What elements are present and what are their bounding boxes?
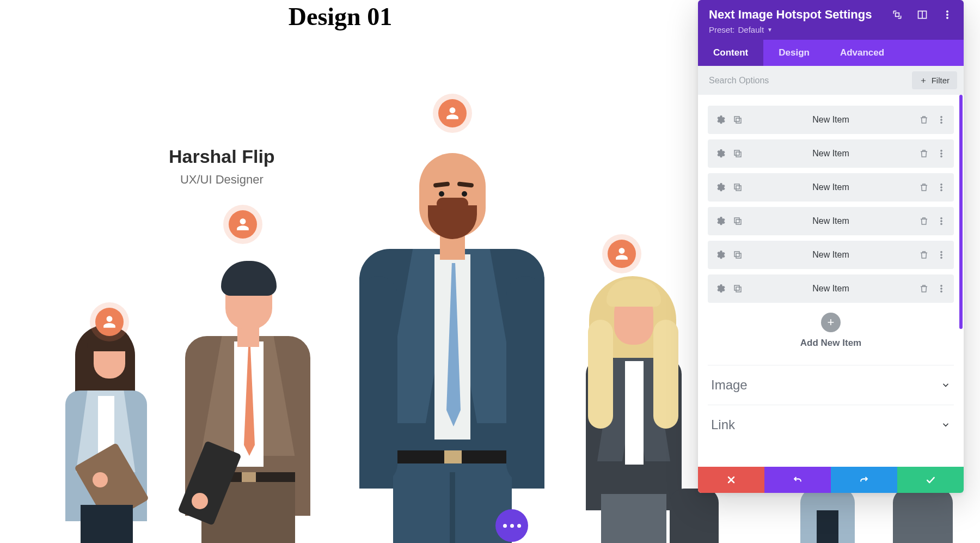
- svg-point-23: [941, 217, 942, 219]
- illustration-person-1: [49, 309, 158, 543]
- cancel-button[interactable]: [698, 467, 764, 493]
- hotspot-marker[interactable]: [95, 308, 124, 336]
- gear-icon[interactable]: [715, 182, 725, 192]
- hotspot-item-row[interactable]: New Item: [708, 241, 954, 269]
- hotspot-marker[interactable]: [438, 99, 467, 127]
- svg-point-4: [946, 14, 948, 15]
- section-image-label: Image: [711, 377, 748, 393]
- illustration-person-2: [169, 238, 327, 543]
- hotspot-item-row[interactable]: New Item: [708, 173, 954, 202]
- svg-point-24: [941, 221, 942, 222]
- panel-header: Next Image Hotspot Settings Preset: Defa…: [698, 0, 964, 40]
- redo-button[interactable]: [831, 467, 897, 493]
- svg-rect-26: [734, 252, 739, 257]
- duplicate-icon[interactable]: [733, 149, 743, 158]
- preset-label: Preset:: [709, 25, 735, 34]
- gear-icon[interactable]: [715, 250, 725, 260]
- scrollbar-thumb[interactable]: [959, 95, 963, 329]
- hotspot-item-row[interactable]: New Item: [708, 274, 954, 303]
- action-bar: [698, 467, 964, 493]
- svg-point-28: [941, 251, 942, 253]
- settings-panel: Next Image Hotspot Settings Preset: Defa…: [698, 0, 964, 493]
- svg-rect-27: [736, 253, 741, 258]
- chevron-down-icon: [941, 380, 951, 390]
- filter-button[interactable]: Filter: [912, 71, 957, 89]
- svg-rect-11: [734, 150, 739, 155]
- filter-label: Filter: [932, 76, 950, 85]
- floating-actions-button[interactable]: [495, 509, 528, 542]
- duplicate-icon[interactable]: [733, 216, 743, 226]
- svg-rect-16: [734, 184, 739, 189]
- gear-icon[interactable]: [715, 149, 725, 158]
- svg-rect-12: [736, 152, 741, 157]
- gear-icon[interactable]: [715, 115, 725, 125]
- hotspot-marker[interactable]: [608, 240, 636, 268]
- tooltip-name: Harshal Flip: [169, 146, 275, 167]
- preset-value: Default: [738, 25, 764, 34]
- undo-button[interactable]: [764, 467, 831, 493]
- svg-rect-17: [736, 186, 741, 191]
- trash-icon[interactable]: [919, 250, 929, 260]
- item-label: New Item: [743, 182, 919, 192]
- preset-selector[interactable]: Preset: Default ▼: [709, 25, 953, 34]
- more-icon[interactable]: [942, 9, 953, 20]
- tab-content[interactable]: Content: [698, 40, 763, 66]
- more-icon[interactable]: [936, 149, 946, 158]
- trash-icon[interactable]: [919, 115, 929, 125]
- search-row: Filter: [698, 66, 964, 95]
- duplicate-icon[interactable]: [733, 250, 743, 260]
- caret-down-icon: ▼: [767, 27, 773, 33]
- panel-title: Next Image Hotspot Settings: [709, 8, 872, 22]
- svg-point-8: [941, 116, 942, 118]
- trash-icon[interactable]: [919, 149, 929, 158]
- svg-point-14: [941, 153, 942, 155]
- panel-tabs: Content Design Advanced: [698, 40, 964, 66]
- more-icon[interactable]: [936, 115, 946, 125]
- item-label: New Item: [743, 250, 919, 260]
- svg-point-30: [941, 257, 942, 259]
- hotspot-marker[interactable]: [229, 210, 257, 239]
- section-link-label: Link: [711, 417, 735, 432]
- more-icon[interactable]: [936, 250, 946, 260]
- trash-icon[interactable]: [919, 216, 929, 226]
- duplicate-icon[interactable]: [733, 182, 743, 192]
- canvas-title: Design 01: [0, 2, 681, 31]
- svg-point-13: [941, 150, 942, 151]
- hotspot-item-row[interactable]: New Item: [708, 207, 954, 235]
- svg-point-25: [941, 223, 942, 225]
- more-icon[interactable]: [936, 284, 946, 294]
- gear-icon[interactable]: [715, 284, 725, 294]
- item-label: New Item: [743, 115, 919, 125]
- more-icon[interactable]: [936, 216, 946, 226]
- gear-icon[interactable]: [715, 216, 725, 226]
- svg-rect-21: [734, 218, 739, 223]
- more-icon[interactable]: [936, 182, 946, 192]
- svg-point-9: [941, 119, 942, 121]
- hotspot-item-row[interactable]: New Item: [708, 106, 954, 134]
- save-button[interactable]: [897, 467, 964, 493]
- hotspot-item-row[interactable]: New Item: [708, 139, 954, 168]
- panel-body: New Item New Item New Item New Item: [698, 95, 964, 467]
- section-link[interactable]: Link: [708, 405, 954, 444]
- trash-icon[interactable]: [919, 284, 929, 294]
- tab-design[interactable]: Design: [763, 40, 825, 66]
- hotspot-tooltip: Harshal Flip UX/UI Designer: [169, 146, 275, 187]
- expand-icon[interactable]: [892, 9, 903, 20]
- columns-icon[interactable]: [917, 9, 928, 20]
- duplicate-icon[interactable]: [733, 115, 743, 125]
- svg-point-33: [941, 285, 942, 286]
- svg-point-5: [946, 17, 948, 19]
- svg-point-18: [941, 184, 942, 185]
- item-label: New Item: [743, 216, 919, 226]
- item-label: New Item: [743, 284, 919, 294]
- trash-icon[interactable]: [919, 182, 929, 192]
- illustration-person-3: [343, 124, 561, 543]
- section-image[interactable]: Image: [708, 365, 954, 405]
- search-input[interactable]: [705, 72, 906, 89]
- svg-point-19: [941, 187, 942, 188]
- svg-point-15: [941, 156, 942, 157]
- duplicate-icon[interactable]: [733, 284, 743, 294]
- add-item-button[interactable]: +: [821, 313, 841, 332]
- chevron-down-icon: [941, 420, 951, 430]
- tab-advanced[interactable]: Advanced: [825, 40, 899, 66]
